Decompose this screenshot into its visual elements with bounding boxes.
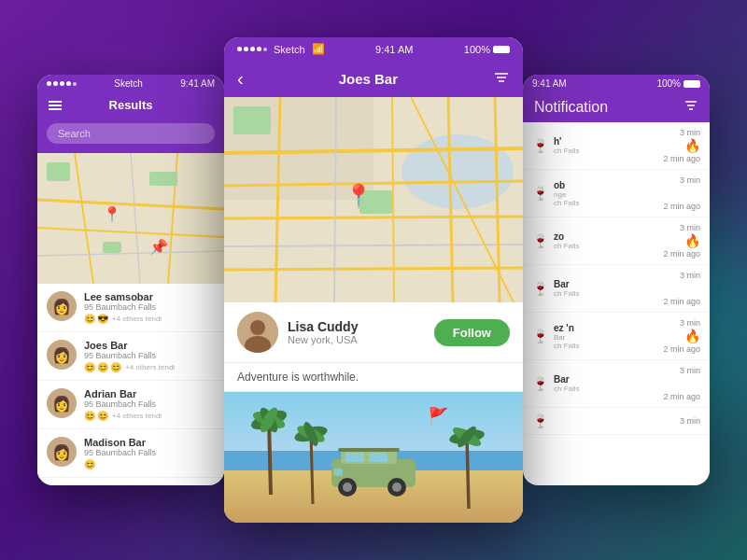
others-count: +4 others tendi [112,315,162,323]
notif-meta: 3 min 2 min ago [663,271,700,306]
item-name: Madison Bar [84,437,215,448]
signal-dot [237,47,242,51]
item-name: Joes Bar [84,340,215,351]
time-label: 9:41 AM [532,78,567,89]
notif-sub: ch Falls [554,289,657,298]
notif-name: ez 'n [554,323,657,333]
svg-rect-55 [333,469,343,476]
svg-point-54 [392,483,402,492]
wine-icon: 🍷 [532,138,548,153]
notification-item[interactable]: 🍷 ob ngech Falls 3 min 2 min ago [523,170,710,217]
app-name-label: Sketch [114,78,143,89]
status-bar-right: 9:41 AM 100% [523,75,710,92]
notification-item[interactable]: 🍷 Bar ch Falls 3 min 2 min ago [523,360,710,408]
photo-area: 🚩 [224,392,523,523]
notification-phone: 9:41 AM 100% Notification 🍷 h' ch Falls … [523,75,710,485]
fire-icon: 🔥 [684,329,700,343]
notif-meta: 3 min 🔥 2 min ago [663,223,700,259]
signal-dot [53,81,58,86]
notification-item[interactable]: 🍷 zo ch Falls 3 min 🔥 2 min ago [523,217,710,265]
svg-line-19 [224,217,523,218]
battery-label: 100% [656,78,681,89]
svg-rect-28 [233,106,271,134]
notif-ago: 2 min ago [663,297,700,306]
map-pin-red[interactable]: 📍 [103,205,121,223]
notif-ago: 2 min ago [663,249,700,259]
profile-name: Lisa Cuddy [288,319,425,334]
svg-rect-49 [345,453,364,462]
notif-ago: 2 min ago [663,154,700,163]
filter-icon-right[interactable] [684,98,698,117]
notif-content: zo ch Falls [554,231,657,250]
list-info: Lee samsobar 95 Baumbach Falls 😊😎 +4 oth… [84,291,215,324]
wine-icon: 🍷 [532,186,548,201]
list-info: Madison Bar 95 Baumbach Falls 😊 [84,437,215,469]
notification-item[interactable]: 🍷 h' ch Falls 3 min 🔥 2 min ago [523,122,710,170]
svg-rect-50 [369,453,388,462]
notif-sub: ch Falls [554,385,657,393]
notif-time: 3 min [663,318,700,328]
others-count: +4 others tendi [125,363,175,371]
notif-time: 3 min [663,175,700,185]
emoji-row: 😊 [84,459,215,469]
status-bar-center: Sketch 📶 9:41 AM 100% [224,37,523,61]
notif-name: h' [554,136,657,147]
filter-icon[interactable] [493,69,510,90]
notification-item[interactable]: 🍷 ez 'n Barch Falls 3 min 🔥 2 min ago [523,313,710,360]
svg-rect-8 [149,172,177,186]
results-list: 👩 Lee samsobar 95 Baumbach Falls 😊😎 +4 o… [37,284,224,478]
notif-time: 3 min [680,416,700,426]
notif-sub: ngech Falls [554,190,657,207]
battery-icon [493,46,510,53]
list-item[interactable]: 👩 Joes Bar 95 Baumbach Falls 😊😊😊 +4 othe… [37,332,224,381]
emoji-row: 😊😊😊 +4 others tendi [84,362,215,372]
notif-name: Bar [554,279,657,289]
list-item[interactable]: 👩 Lee samsobar 95 Baumbach Falls 😊😎 +4 o… [37,284,224,332]
app-name-label: Sketch [274,44,305,55]
list-item[interactable]: 👩 Adrian Bar 95 Baumbach Falls 😊😊 +4 oth… [37,381,224,429]
notif-time: 3 min [663,128,700,137]
notification-item[interactable]: 🍷 Bar ch Falls 3 min 2 min ago [523,265,710,313]
notification-header: Notification [523,92,710,122]
map-left[interactable]: 📍 📌 [37,153,224,284]
avatar: 👩 [47,388,77,418]
map-pin-gray[interactable]: 📌 [149,238,168,256]
detail-header: ‹ Joes Bar [224,61,523,97]
signal-dot [60,81,64,86]
notif-time: 3 min [663,271,700,280]
svg-rect-48 [338,448,400,452]
wine-icon: 🍷 [532,413,548,428]
list-item[interactable]: 👩 Madison Bar 95 Baumbach Falls 😊 [37,429,224,478]
venue-title: Joes Bar [339,71,398,87]
profile-location: New york, USA [288,334,425,345]
bio-text: Adventure is worthwhile. [237,371,359,384]
signal-group: Sketch 📶 [237,43,325,55]
notification-item[interactable]: 🍷 3 min [523,408,710,435]
menu-icon[interactable] [49,101,62,110]
map-pin-center[interactable]: 📍 [345,183,373,209]
notif-ago: 2 min ago [663,202,700,211]
svg-line-38 [311,434,313,504]
avatar: 👩 [47,437,77,467]
others-count: +4 others tendi [112,412,162,420]
list-info: Joes Bar 95 Baumbach Falls 😊😊😊 +4 others… [84,340,215,372]
battery-group: 100% [464,44,510,55]
item-location: 95 Baumbach Falls [84,302,215,312]
notif-ago: 2 min ago [663,344,700,354]
notif-meta: 3 min 🔥 2 min ago [663,128,700,163]
wine-icon: 🍷 [532,281,548,296]
notif-ago: 2 min ago [663,392,700,401]
item-location: 95 Baumbach Falls [84,351,215,360]
map-center[interactable]: 📍 [224,97,523,302]
search-input[interactable]: Search [47,123,215,144]
signal-dot [66,81,71,86]
status-bar-left: Sketch 9:41 AM [37,75,224,92]
notif-time: 3 min [663,223,700,232]
notif-content: ob ngech Falls [554,180,657,207]
notif-content: Bar ch Falls [554,374,657,393]
follow-button[interactable]: Follow [434,319,510,346]
back-button[interactable]: ‹ [237,68,244,90]
profile-card: Lisa Cuddy New york, USA Follow [224,302,523,363]
flag-decoration: 🚩 [428,406,448,427]
notif-content: h' ch Falls [554,136,657,155]
